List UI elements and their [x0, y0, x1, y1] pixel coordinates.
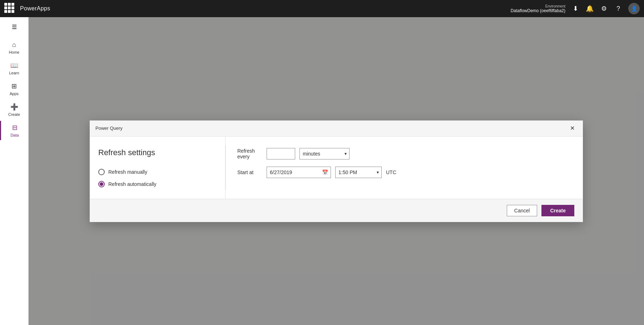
- data-icon: ⊟: [12, 124, 18, 132]
- time-select[interactable]: 1:50 PM 12:00 AM 1:00 AM 2:00 PM 3:00 PM: [335, 167, 382, 178]
- date-input-wrapper: 📅: [267, 167, 331, 178]
- radio-outer-automatically: [98, 181, 105, 187]
- modal-title-label: Power Query: [95, 125, 123, 131]
- radio-outer-manually: [98, 169, 105, 175]
- help-icon[interactable]: ?: [614, 4, 623, 13]
- settings-icon[interactable]: ⚙: [600, 4, 608, 13]
- modal-left-panel: Refresh settings Refresh manually: [90, 137, 226, 199]
- sidebar-item-data[interactable]: ⊟ Data: [0, 121, 28, 140]
- radio-item-automatically[interactable]: Refresh automatically: [98, 181, 217, 187]
- content-area: Power Query ✕ Refresh settings: [29, 17, 644, 325]
- create-button[interactable]: Create: [541, 205, 574, 216]
- create-icon: ➕: [10, 103, 18, 111]
- sidebar-label-create: Create: [8, 112, 20, 117]
- radio-item-manually[interactable]: Refresh manually: [98, 169, 217, 175]
- modal-close-button[interactable]: ✕: [567, 123, 577, 133]
- download-icon[interactable]: ⬇: [571, 4, 580, 13]
- environment-info[interactable]: Environment DataflowDemo (oeef6ffaba2): [511, 4, 565, 13]
- refresh-settings-modal: Power Query ✕ Refresh settings: [90, 120, 583, 222]
- date-input[interactable]: [267, 167, 331, 178]
- sidebar-item-apps[interactable]: ⊞ Apps: [0, 79, 28, 99]
- radio-label-manually: Refresh manually: [108, 169, 147, 175]
- timezone-label: UTC: [386, 169, 396, 175]
- top-bar-right: Environment DataflowDemo (oeef6ffaba2) ⬇…: [511, 3, 640, 14]
- unit-select[interactable]: minutes hours days: [299, 148, 350, 159]
- learn-icon: 📖: [10, 61, 18, 69]
- refresh-every-input[interactable]: [267, 148, 295, 159]
- sidebar-label-data: Data: [10, 133, 19, 137]
- refresh-every-row: Refresh every minutes hours days ▾: [237, 148, 571, 159]
- top-bar: PowerApps Environment DataflowDemo (oeef…: [0, 0, 644, 17]
- refresh-every-label: Refresh every: [237, 148, 262, 159]
- sidebar-item-home[interactable]: ⌂ Home: [0, 38, 28, 57]
- modal-title-bar: Power Query ✕: [90, 120, 583, 137]
- sidebar: ☰ ⌂ Home 📖 Learn ⊞ Apps ➕ Create ⊟ Data: [0, 17, 29, 325]
- sidebar-label-learn: Learn: [9, 71, 19, 75]
- modal-footer: Cancel Create: [90, 199, 583, 222]
- time-select-wrapper: 1:50 PM 12:00 AM 1:00 AM 2:00 PM 3:00 PM…: [335, 167, 382, 178]
- radio-label-automatically: Refresh automatically: [108, 181, 157, 187]
- main-area: ☰ ⌂ Home 📖 Learn ⊞ Apps ➕ Create ⊟ Data: [0, 17, 644, 325]
- home-icon: ⌂: [12, 41, 16, 49]
- avatar[interactable]: 👤: [628, 3, 640, 14]
- radio-group: Refresh manually Refresh automatically: [98, 169, 217, 187]
- panel-title: Refresh settings: [98, 148, 217, 157]
- notifications-icon[interactable]: 🔔: [585, 4, 594, 13]
- sidebar-item-learn[interactable]: 📖 Learn: [0, 59, 28, 78]
- cancel-button[interactable]: Cancel: [507, 205, 538, 216]
- start-at-label: Start at: [237, 169, 262, 175]
- start-at-row: Start at 📅 1:50 PM 12:00 AM 1:00: [237, 167, 571, 178]
- modal-body: Refresh settings Refresh manually: [90, 137, 583, 199]
- sidebar-item-create[interactable]: ➕ Create: [0, 100, 28, 119]
- hamburger-icon[interactable]: ☰: [0, 20, 28, 34]
- environment-value: DataflowDemo (oeef6ffaba2): [511, 8, 565, 13]
- apps-icon: ⊞: [11, 82, 17, 90]
- unit-select-wrapper: minutes hours days ▾: [299, 148, 350, 159]
- calendar-icon[interactable]: 📅: [322, 169, 328, 175]
- radio-inner-automatically: [100, 182, 103, 186]
- environment-label: Environment: [545, 4, 565, 8]
- app-title: PowerApps: [20, 5, 50, 12]
- sidebar-label-home: Home: [9, 50, 19, 54]
- modal-right-panel: Refresh every minutes hours days ▾: [226, 137, 583, 199]
- app-grid-icon[interactable]: [4, 3, 16, 14]
- sidebar-label-apps: Apps: [10, 92, 19, 96]
